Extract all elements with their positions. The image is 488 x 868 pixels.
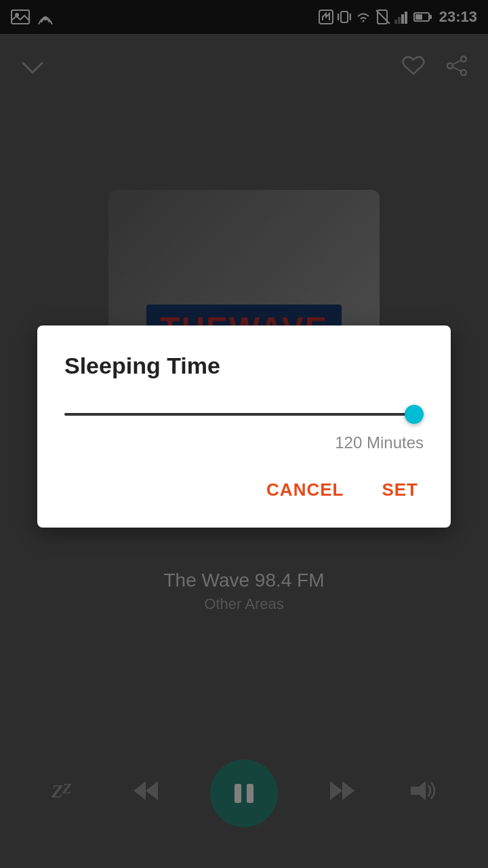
sleep-timer-slider-container[interactable] (64, 406, 424, 422)
set-button[interactable]: SET (376, 473, 424, 507)
dialog-buttons: CANCEL SET (64, 473, 424, 507)
slider-fill (64, 413, 424, 416)
slider-value-label: 120 Minutes (64, 433, 424, 452)
slider-track (64, 413, 424, 416)
dialog-title: Sleeping Time (64, 353, 424, 379)
sleeping-time-dialog: Sleeping Time 120 Minutes CANCEL SET (37, 326, 451, 528)
slider-thumb[interactable] (405, 405, 424, 424)
cancel-button[interactable]: CANCEL (261, 473, 349, 507)
